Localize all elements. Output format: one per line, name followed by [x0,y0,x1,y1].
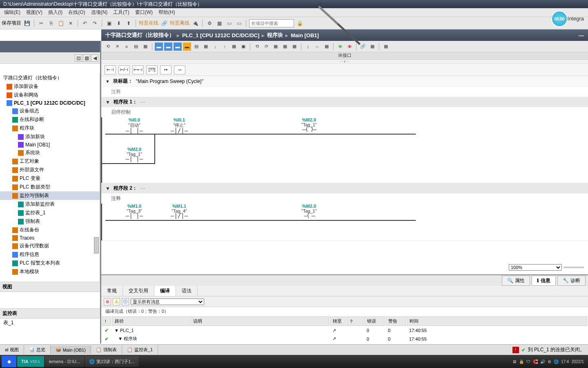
warning-filter-icon[interactable]: ⚠ [113,298,120,305]
ladder-diagram[interactable]: %I0.0"启动"—| |—%I0.1"停止"—|/|—%M2.0"Tag_1"… [101,117,588,183]
tree-item[interactable]: 设备代理数据 [0,242,100,250]
search-input[interactable] [249,19,294,27]
menu-view[interactable]: 视图(V) [24,8,45,17]
tree-item[interactable]: 设备组态 [0,107,100,115]
breadcrumb-blocks[interactable]: 程序块 [267,31,283,39]
network-comment[interactable]: 注释 [101,193,588,204]
tree-view-icon[interactable]: ▤ [75,54,82,62]
overview-tab[interactable]: 📊 总览 [24,345,51,355]
network-header[interactable]: ▼程序段 2：⋯ [101,183,588,193]
tray-date[interactable]: 2022/1 [571,359,584,364]
watch-table-tab[interactable]: 📋 监控表_1 [122,345,158,355]
copy-icon[interactable]: ⎘ [47,19,55,27]
info-filter-icon[interactable]: ⓘ [122,298,129,305]
menu-insert[interactable]: 插入(I) [46,8,65,17]
compile-icon[interactable]: ▣ [105,19,113,27]
tool-icon[interactable]: ▬ [183,43,191,51]
tool-icon[interactable]: ▦ [230,43,238,51]
ladder-no[interactable]: %M2.0"Tag_1"—| |— [126,147,143,163]
tree-item[interactable]: 监控与强制表 [0,191,100,200]
ladder-branch-button[interactable]: ↦ [160,65,172,74]
menu-window[interactable]: 窗口(W) [133,8,155,17]
network-comment[interactable]: 启停控制 [101,107,588,117]
ladder-nc[interactable]: %I0.1"停止"—|/|— [171,117,188,135]
ladder-coil[interactable]: %M2.0"Tag_1"—( )— [301,117,317,134]
tree-item[interactable]: PLC 报警文本列表 [0,259,100,267]
taskbar-browser[interactable]: 🌐 第22讲：西门子1... [85,356,139,367]
main-ob1-tab[interactable]: 📦 Main (OB1) [51,346,91,354]
tool-icon[interactable]: ↕ [304,43,312,51]
tree-root[interactable]: 字路口交通灯（比较指令） [0,74,100,82]
tool-icon[interactable]: ▬ [174,43,182,51]
tool-icon[interactable]: ▦ [290,43,298,51]
tree-item[interactable]: 添加新监控表 [0,200,100,209]
project-tree[interactable]: 字路口交通灯（比较指令） 添加新设备设备和网络PLC_1 [CPU 1212C … [0,74,100,282]
menu-online[interactable]: 在线(O) [66,8,87,17]
tree-item[interactable]: 添加新设备 [0,82,100,91]
go-online-icon[interactable]: 🔗 [160,19,168,27]
tree-item[interactable]: 设备和网络 [0,91,100,99]
download-icon[interactable]: ⬇ [115,19,123,27]
tab-xref[interactable]: 交叉引用 [123,286,154,296]
tree-item[interactable]: 添加新块 [0,132,100,141]
tree-item[interactable]: 外部源文件 [0,166,100,174]
tool-icon[interactable]: ✕ [113,43,121,51]
tab-compile[interactable]: 编译 [154,286,176,296]
breadcrumb-project[interactable]: 十字路口交通灯（比较指令） [105,31,174,39]
redo-icon[interactable]: ↷ [91,19,99,27]
tab-general[interactable]: 常规 [101,286,123,296]
message-filter-select[interactable]: 显示所有消息 [131,298,204,305]
breadcrumb-plc[interactable]: PLC_1 [CPU 1212C DC/DC/DC] [182,32,259,38]
tool-icon[interactable]: ≡ [122,43,131,51]
block-interface-header[interactable]: 块接口 [101,52,588,60]
goto-icon[interactable]: ↗ [330,335,346,343]
tree-item[interactable]: 监控表_1 [0,209,100,217]
ladder-nc[interactable]: %M1.1"Tag_4"—|/|— [171,204,188,220]
tree-item[interactable]: 强制表 [0,217,100,226]
tool-icon[interactable]: ▦ [281,43,289,51]
tool-icon[interactable]: ▭ [225,19,233,27]
ladder-coil-open[interactable]: %M2.0"Tag_1"—( — [301,204,317,220]
tray-icon[interactable]: 🔊 [540,359,545,364]
tool-icon[interactable]: ⟲ [104,43,112,51]
paste-icon[interactable]: 📋 [57,19,65,27]
go-online-label[interactable]: 转至在线 [139,19,158,27]
portal-view-tab[interactable]: al 视图 [0,345,24,355]
tree-item[interactable]: 程序块 [0,124,100,132]
tree-item[interactable]: 在线和诊断 [0,115,100,124]
tool-icon[interactable]: ⟲ [253,43,261,51]
tool-icon[interactable]: ▤ [192,43,200,51]
tab-syntax[interactable]: 语法 [176,286,198,296]
search-settings-icon[interactable]: 🔒 [296,19,304,27]
col-desc[interactable]: 说明 [190,316,329,326]
goto-icon[interactable]: ↗ [330,327,346,334]
tree-item[interactable]: 工艺对象 [0,157,100,166]
tool-icon[interactable]: ▦ [215,19,223,27]
tool-icon[interactable]: ▦ [368,43,376,51]
tray-icon[interactable]: ⚙ [548,359,551,364]
tree-item[interactable]: 在线备份 [0,226,100,234]
ladder-no[interactable]: %M1.0"Tag_3"—| |— [126,204,143,220]
tree-item[interactable]: PLC_1 [CPU 1212C DC/DC/DC] [0,99,100,107]
ladder-no[interactable]: %I0.0"启动"—| |— [126,117,143,135]
diagnostics-tab[interactable]: 🔧诊断 [557,276,586,286]
info-tab[interactable]: ℹ信息 [532,276,556,286]
tray-icon[interactable]: 🌐 [554,359,559,364]
tool-icon[interactable]: ↓ [211,43,219,51]
tree-item[interactable]: PLC 变量 [0,174,100,183]
watch-item[interactable]: 表_1 [0,319,100,327]
network-area[interactable]: ▼程序段 1：⋯启停控制%I0.0"启动"—| |—%I0.1"停止"—|/|—… [101,97,588,274]
taskbar-tia[interactable]: TIAV15.1 [17,356,44,367]
delete-icon[interactable]: ✕ [67,19,75,27]
tray-icon[interactable]: 🖥 [512,359,517,364]
tool-icon[interactable]: ▭ [235,19,243,27]
properties-tab[interactable]: 🔍属性 [502,276,530,286]
go-offline-icon[interactable]: 🔌 [191,19,199,27]
menu-help[interactable]: 帮助(H) [156,8,178,17]
ladder-coil-button[interactable]: ⊢•⊣ [132,65,144,74]
tool-icon[interactable]: ▤ [132,43,140,51]
tray-icon[interactable]: 🔒 [519,359,524,364]
ladder-no-contact-button[interactable]: ⊢⊣ [105,65,116,74]
block-title-value[interactable]: "Main Program Sweep (Cycle)" [136,79,203,84]
tool-icon[interactable]: ▦ [141,43,149,51]
